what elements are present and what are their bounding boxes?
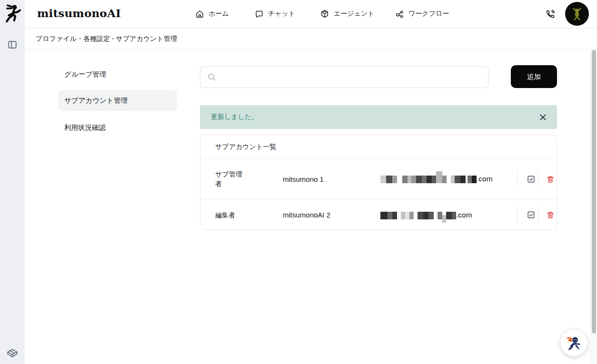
- role-cell: サブ管理者: [215, 169, 246, 188]
- edit-check-icon: [527, 175, 536, 184]
- nav-item-workflow[interactable]: ワークフロー: [395, 6, 449, 21]
- agent-cube-icon: [320, 9, 329, 19]
- success-alert: 更新しました。: [200, 105, 557, 129]
- search-icon: [207, 72, 217, 82]
- redacted-email: [380, 175, 477, 183]
- delete-row-button[interactable]: [544, 208, 557, 222]
- nav-label: チャット: [268, 10, 295, 18]
- sidebar-item-subaccount-management[interactable]: サブアカウント管理: [58, 90, 177, 111]
- scrollbar-thumb[interactable]: [592, 50, 596, 334]
- package-box-icon[interactable]: [6, 347, 19, 360]
- delete-row-button[interactable]: [544, 172, 557, 186]
- email-suffix: .com: [477, 175, 493, 183]
- nav-label: ホーム: [209, 10, 229, 18]
- email-cell: .com: [380, 175, 493, 183]
- search-box: [200, 66, 488, 88]
- user-avatar[interactable]: [565, 2, 589, 26]
- contact-phone-button[interactable]: [543, 8, 557, 21]
- ninja-logo: [4, 3, 22, 24]
- table-row: 編集者 mitsumonoAI 2 .com: [200, 199, 557, 230]
- nav-label: エージェント: [334, 10, 375, 18]
- sidebar-toggle-button[interactable]: [6, 39, 19, 51]
- nav-item-agent[interactable]: エージェント: [320, 6, 375, 21]
- nav-item-chat[interactable]: チャット: [255, 6, 295, 21]
- chat-icon: [255, 10, 264, 19]
- name-cell: mitsumonoAI 2: [283, 211, 330, 219]
- menu-label: サブアカウント管理: [64, 96, 128, 105]
- table-row: サブ管理者 mitsumono 1 .com: [200, 159, 557, 199]
- sidebar-item-usage-status[interactable]: 利用状況確認: [58, 117, 177, 138]
- email-suffix: .com: [456, 211, 472, 219]
- app-window: mitsumonoAI ホーム チャット: [0, 0, 597, 364]
- top-bar: mitsumonoAI ホーム チャット: [25, 0, 597, 29]
- workflow-icon: [395, 10, 404, 19]
- sidebar-item-group-management[interactable]: グループ管理: [58, 64, 177, 85]
- trash-icon: [546, 175, 555, 184]
- brand-title: mitsumonoAI: [37, 7, 121, 20]
- subaccount-table-card: サブアカウント一覧 サブ管理者 mitsumono 1 .com: [200, 135, 557, 230]
- edit-row-button[interactable]: [524, 208, 537, 222]
- close-icon: [539, 114, 547, 121]
- alert-message: 更新しました。: [211, 113, 536, 121]
- name-cell: mitsumono 1: [283, 175, 324, 183]
- scrollbar[interactable]: [590, 48, 597, 364]
- alert-close-button[interactable]: [536, 110, 549, 124]
- edit-check-icon: [527, 210, 536, 219]
- table-header: サブアカウント一覧: [200, 135, 557, 159]
- home-icon: [195, 10, 204, 19]
- ninja-mascot-icon: [565, 334, 584, 353]
- menu-label: 利用状況確認: [64, 123, 106, 132]
- role-cell: 編集者: [215, 210, 246, 220]
- breadcrumb: プロファイル・各種設定 - サブアカウント管理: [36, 35, 177, 43]
- menu-label: グループ管理: [64, 70, 106, 79]
- email-cell: .com: [380, 211, 472, 219]
- assistant-fab-button[interactable]: [560, 329, 587, 356]
- breadcrumb-bar: プロファイル・各種設定 - サブアカウント管理: [25, 29, 597, 49]
- nav-item-home[interactable]: ホーム: [195, 6, 229, 21]
- redacted-email: [380, 211, 456, 219]
- search-input[interactable]: [217, 67, 488, 88]
- left-rail: [0, 0, 25, 364]
- trash-icon: [546, 210, 555, 219]
- add-button[interactable]: 追加: [511, 65, 557, 88]
- table-title: サブアカウント一覧: [215, 143, 276, 151]
- nav-label: ワークフロー: [408, 10, 449, 18]
- edit-row-button[interactable]: [524, 172, 537, 186]
